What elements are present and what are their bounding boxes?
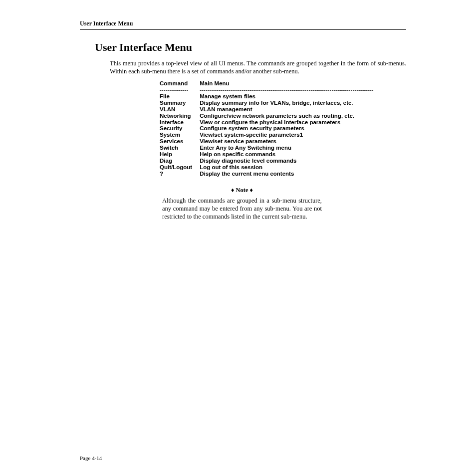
command-cell: Quit/Logout bbox=[160, 164, 200, 171]
table-divider-row: ----------------------------------------… bbox=[160, 87, 381, 93]
table-row: SystemView/set system-specific parameter… bbox=[160, 132, 381, 138]
table-row: InterfaceView or configure the physical … bbox=[160, 119, 381, 126]
note-block: ♦ Note ♦ Although the commands are group… bbox=[162, 187, 322, 221]
header-command: Command bbox=[160, 80, 200, 87]
divider-cell: ----------------------------------------… bbox=[200, 87, 381, 93]
header-rule bbox=[80, 29, 406, 30]
command-cell: Security bbox=[160, 125, 200, 132]
command-cell: Interface bbox=[160, 119, 200, 126]
command-cell: Diag bbox=[160, 158, 200, 164]
running-header: User Interface Menu bbox=[80, 20, 406, 27]
description-cell: Help on specific commands bbox=[200, 151, 381, 158]
description-cell: View/set system-specific parameters1 bbox=[200, 132, 381, 138]
table-row: SummaryDisplay summary info for VLANs, b… bbox=[160, 100, 381, 106]
command-cell: Services bbox=[160, 138, 200, 145]
description-cell: Display diagnostic level commands bbox=[200, 158, 381, 164]
note-body: Although the commands are grouped in a s… bbox=[162, 197, 322, 221]
command-cell: System bbox=[160, 132, 200, 138]
table-row: DiagDisplay diagnostic level commands bbox=[160, 158, 381, 164]
table-row: HelpHelp on specific commands bbox=[160, 151, 381, 158]
description-cell: View or configure the physical interface… bbox=[200, 119, 381, 126]
command-cell: File bbox=[160, 93, 200, 100]
command-cell: Summary bbox=[160, 100, 200, 106]
description-cell: Enter Any to Any Switching menu bbox=[200, 145, 381, 151]
table-row: NetworkingConfigure/view network paramet… bbox=[160, 113, 381, 119]
divider-cell: --------------- bbox=[160, 87, 200, 93]
note-label: ♦ Note ♦ bbox=[162, 187, 322, 194]
command-cell: Help bbox=[160, 151, 200, 158]
main-menu-listing: CommandMain Menu------------------------… bbox=[160, 80, 406, 177]
table-row: SwitchEnter Any to Any Switching menu bbox=[160, 145, 381, 151]
command-cell: Switch bbox=[160, 145, 200, 151]
command-cell: Networking bbox=[160, 113, 200, 119]
command-table: CommandMain Menu------------------------… bbox=[160, 80, 381, 177]
table-row: Quit/LogoutLog out of this session bbox=[160, 164, 381, 171]
description-cell: Display the current menu contents bbox=[200, 171, 381, 177]
header-description: Main Menu bbox=[200, 80, 381, 87]
description-cell: Configure/view network parameters such a… bbox=[200, 113, 381, 119]
table-row: VLANVLAN management bbox=[160, 106, 381, 113]
description-cell: Manage system files bbox=[200, 93, 381, 100]
table-row: ?Display the current menu contents bbox=[160, 171, 381, 177]
page: User Interface Menu User Interface Menu … bbox=[0, 0, 476, 476]
description-cell: Log out of this session bbox=[200, 164, 381, 171]
description-cell: VLAN management bbox=[200, 106, 381, 113]
intro-paragraph: This menu provides a top-level view of a… bbox=[110, 60, 406, 75]
description-cell: Configure system security parameters bbox=[200, 125, 381, 132]
table-row: ServicesView/set service parameters bbox=[160, 138, 381, 145]
table-header-row: CommandMain Menu bbox=[160, 80, 381, 87]
page-footer: Page 4-14 bbox=[80, 455, 102, 461]
command-cell: VLAN bbox=[160, 106, 200, 113]
table-row: FileManage system files bbox=[160, 93, 381, 100]
command-cell: ? bbox=[160, 171, 200, 177]
page-title: User Interface Menu bbox=[95, 41, 406, 54]
table-row: SecurityConfigure system security parame… bbox=[160, 125, 381, 132]
description-cell: View/set service parameters bbox=[200, 138, 381, 145]
description-cell: Display summary info for VLANs, bridge, … bbox=[200, 100, 381, 106]
